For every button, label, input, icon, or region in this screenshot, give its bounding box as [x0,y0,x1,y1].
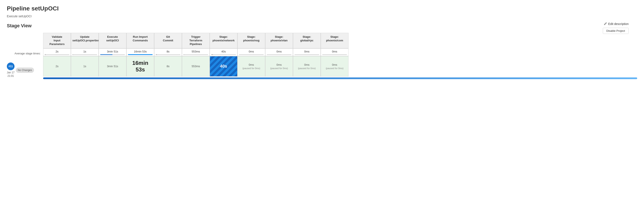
stage-header-global_rpc: Stage:global/rpc [293,33,321,48]
stage-cell-phoenix_vlan: 0ms(paused for 0ms) [265,56,293,77]
stage-avg-git_commit: 8s [154,48,182,56]
stage-data-row: 2s1s3min 51s16min 53s8s553ms40s0ms(pause… [43,56,348,77]
disable-project-button[interactable]: Disable Project [603,28,629,34]
stage-header-phoenix_vlan: Stage:phoenix/vlan [265,33,293,48]
stage-avg-run_import: 16min 53s [126,48,154,56]
stage-cell-phoenix_network: 40s [210,56,238,77]
stage-cell-global_rpc: 0ms(paused for 0ms) [293,56,321,77]
stage-cell-phoenix_nsg: 0ms(paused for 0ms) [238,56,265,77]
stage-cell-run_import: 16min 53s [126,56,154,77]
edit-description-button[interactable]: Edit description [604,22,629,26]
stage-cell-execute: 3min 51s [99,56,126,77]
stage-avg-phoenix_vlan: 0ms [265,48,293,56]
stage-avg-update: 1s [71,48,99,56]
stage-cell-validate: 2s [43,56,71,77]
stage-cell-phoenix_com: 0ms(paused for 0ms) [321,56,348,77]
avg-stage-times-label: Average stage times: [14,52,40,55]
stage-header-phoenix_com: Stage:phoenix/com [321,33,348,48]
stage-avg-global_rpc: 0ms [293,48,321,56]
page-subtitle: Execute setUpOCI [7,14,637,18]
stage-header-phoenix_network: Stage:phoenix/network [210,33,238,48]
page-title: Pipeline setUpOCI [7,5,637,12]
stage-avg-phoenix_network: 40s [210,48,238,56]
bottom-scrollbar[interactable] [43,77,637,79]
stage-headers-row: ValidateInputParametersUpdatesetUpOCI.pr… [43,33,348,48]
stage-avg-phoenix_com: 0ms [321,48,348,56]
stage-header-execute: ExecutesetUpOCI [99,33,126,48]
run-time: 21:01 [8,74,14,77]
stage-avg-phoenix_nsg: 0ms [238,48,265,56]
stage-header-trigger_terraform: TriggerTerraformPipelines [182,33,210,48]
edit-icon [604,22,607,25]
stage-cell-trigger_terraform: 553ms [182,56,210,77]
stage-cell-update: 1s [71,56,99,77]
stage-header-git_commit: GitCommit [154,33,182,48]
stage-header-validate: ValidateInputParameters [43,33,71,48]
stage-avg-validate: 2s [43,48,71,56]
avg-times-row: 2s1s3min 51s16min 53s8s553ms40s0ms0ms0ms… [43,48,348,56]
stage-cell-git_commit: 8s [154,56,182,77]
stage-avg-execute: 3min 51s [99,48,126,56]
run-date: Jan 17 [7,71,14,74]
edit-description-label: Edit description [608,22,629,26]
stage-view-title: Stage View [7,23,637,28]
run-badge: #11 [7,62,14,70]
stage-header-phoenix_nsg: Stage:phoenix/nsg [238,33,265,48]
stage-header-run_import: Run ImportCommands [126,33,154,48]
stage-header-update: UpdatesetUpOCI.properties [71,33,99,48]
stage-avg-trigger_terraform: 553ms [182,48,210,56]
no-changes-badge: No Changes [16,68,34,73]
